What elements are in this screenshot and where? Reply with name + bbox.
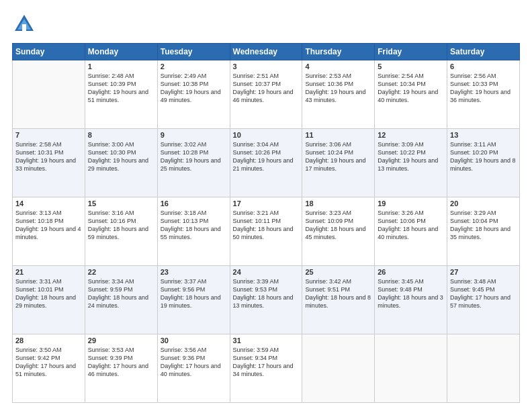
day-number: 26 xyxy=(378,268,444,276)
cell-info: Sunrise: 3:29 AM Sunset: 10:04 PM Daylig… xyxy=(450,209,517,242)
cell-info: Sunrise: 2:48 AM Sunset: 10:39 PM Daylig… xyxy=(88,72,154,105)
day-number: 22 xyxy=(88,268,154,276)
calendar-cell: 19Sunrise: 3:26 AM Sunset: 10:06 PM Dayl… xyxy=(375,197,447,266)
calendar-cell: 5Sunrise: 2:54 AM Sunset: 10:34 PM Dayli… xyxy=(375,60,447,129)
calendar-table: SundayMondayTuesdayWednesdayThursdayFrid… xyxy=(12,43,520,403)
calendar-cell: 22Sunrise: 3:34 AM Sunset: 9:59 PM Dayli… xyxy=(85,266,157,334)
cell-info: Sunrise: 3:13 AM Sunset: 10:18 PM Daylig… xyxy=(15,209,82,242)
logo-icon xyxy=(12,12,36,36)
cell-info: Sunrise: 3:31 AM Sunset: 10:01 PM Daylig… xyxy=(15,277,82,310)
calendar-cell: 16Sunrise: 3:18 AM Sunset: 10:13 PM Dayl… xyxy=(157,197,230,266)
cell-info: Sunrise: 3:50 AM Sunset: 9:42 PM Dayligh… xyxy=(15,346,82,379)
day-number: 31 xyxy=(233,336,300,345)
day-number: 23 xyxy=(161,268,227,276)
day-number: 9 xyxy=(161,131,227,139)
day-number: 13 xyxy=(450,131,517,139)
calendar-cell: 25Sunrise: 3:42 AM Sunset: 9:51 PM Dayli… xyxy=(302,266,375,334)
cell-info: Sunrise: 3:02 AM Sunset: 10:28 PM Daylig… xyxy=(161,140,227,173)
day-number: 27 xyxy=(450,268,517,276)
day-number: 17 xyxy=(233,199,300,208)
day-number: 19 xyxy=(378,199,444,208)
cell-info: Sunrise: 3:45 AM Sunset: 9:48 PM Dayligh… xyxy=(378,277,444,310)
calendar-cell: 29Sunrise: 3:53 AM Sunset: 9:39 PM Dayli… xyxy=(85,334,157,403)
calendar-cell: 28Sunrise: 3:50 AM Sunset: 9:42 PM Dayli… xyxy=(13,334,85,403)
cell-info: Sunrise: 3:42 AM Sunset: 9:51 PM Dayligh… xyxy=(305,277,371,310)
day-number: 3 xyxy=(233,62,300,71)
svg-rect-2 xyxy=(22,24,26,31)
cell-info: Sunrise: 2:56 AM Sunset: 10:33 PM Daylig… xyxy=(450,72,517,105)
cell-info: Sunrise: 3:18 AM Sunset: 10:13 PM Daylig… xyxy=(161,209,227,242)
calendar-cell: 30Sunrise: 3:56 AM Sunset: 9:36 PM Dayli… xyxy=(157,334,230,403)
cell-info: Sunrise: 3:26 AM Sunset: 10:06 PM Daylig… xyxy=(378,209,444,242)
calendar-cell: 4Sunrise: 2:53 AM Sunset: 10:36 PM Dayli… xyxy=(302,60,375,129)
calendar-cell: 12Sunrise: 3:09 AM Sunset: 10:22 PM Dayl… xyxy=(375,129,447,197)
calendar-week-row: 14Sunrise: 3:13 AM Sunset: 10:18 PM Dayl… xyxy=(13,197,520,266)
day-number: 18 xyxy=(305,199,371,208)
calendar-header-row: SundayMondayTuesdayWednesdayThursdayFrid… xyxy=(13,44,520,60)
calendar-cell: 6Sunrise: 2:56 AM Sunset: 10:33 PM Dayli… xyxy=(447,60,520,129)
day-number: 12 xyxy=(378,131,444,139)
day-number: 8 xyxy=(88,131,154,139)
cell-info: Sunrise: 2:54 AM Sunset: 10:34 PM Daylig… xyxy=(378,72,444,105)
calendar-cell: 2Sunrise: 2:49 AM Sunset: 10:38 PM Dayli… xyxy=(157,60,230,129)
calendar-cell: 8Sunrise: 3:00 AM Sunset: 10:30 PM Dayli… xyxy=(85,129,157,197)
day-number: 4 xyxy=(305,62,371,71)
calendar-cell: 1Sunrise: 2:48 AM Sunset: 10:39 PM Dayli… xyxy=(85,60,157,129)
calendar-cell: 14Sunrise: 3:13 AM Sunset: 10:18 PM Dayl… xyxy=(13,197,85,266)
day-number: 25 xyxy=(305,268,371,276)
cell-info: Sunrise: 2:53 AM Sunset: 10:36 PM Daylig… xyxy=(305,72,371,105)
cell-info: Sunrise: 3:53 AM Sunset: 9:39 PM Dayligh… xyxy=(88,346,154,379)
calendar-cell: 21Sunrise: 3:31 AM Sunset: 10:01 PM Dayl… xyxy=(13,266,85,334)
calendar-day-header: Wednesday xyxy=(230,44,302,60)
cell-info: Sunrise: 3:59 AM Sunset: 9:34 PM Dayligh… xyxy=(233,346,300,379)
calendar-day-header: Thursday xyxy=(302,44,375,60)
calendar-cell xyxy=(447,334,520,403)
calendar-week-row: 1Sunrise: 2:48 AM Sunset: 10:39 PM Dayli… xyxy=(13,60,520,129)
page: SundayMondayTuesdayWednesdayThursdayFrid… xyxy=(0,0,532,411)
day-number: 5 xyxy=(378,62,444,71)
day-number: 1 xyxy=(88,62,154,71)
day-number: 28 xyxy=(15,336,82,345)
calendar-cell xyxy=(302,334,375,403)
calendar-cell: 20Sunrise: 3:29 AM Sunset: 10:04 PM Dayl… xyxy=(447,197,520,266)
header xyxy=(12,12,520,36)
cell-info: Sunrise: 2:58 AM Sunset: 10:31 PM Daylig… xyxy=(15,140,82,173)
day-number: 7 xyxy=(15,131,82,139)
calendar-day-header: Tuesday xyxy=(157,44,230,60)
cell-info: Sunrise: 3:00 AM Sunset: 10:30 PM Daylig… xyxy=(88,140,154,173)
day-number: 15 xyxy=(88,199,154,208)
cell-info: Sunrise: 3:11 AM Sunset: 10:20 PM Daylig… xyxy=(450,140,517,173)
calendar-cell xyxy=(375,334,447,403)
calendar-cell: 17Sunrise: 3:21 AM Sunset: 10:11 PM Dayl… xyxy=(230,197,302,266)
calendar-week-row: 21Sunrise: 3:31 AM Sunset: 10:01 PM Dayl… xyxy=(13,266,520,334)
day-number: 2 xyxy=(161,62,227,71)
calendar-week-row: 7Sunrise: 2:58 AM Sunset: 10:31 PM Dayli… xyxy=(13,129,520,197)
cell-info: Sunrise: 2:49 AM Sunset: 10:38 PM Daylig… xyxy=(161,72,227,105)
calendar-cell: 15Sunrise: 3:16 AM Sunset: 10:16 PM Dayl… xyxy=(85,197,157,266)
cell-info: Sunrise: 3:04 AM Sunset: 10:26 PM Daylig… xyxy=(233,140,300,173)
calendar-cell: 23Sunrise: 3:37 AM Sunset: 9:56 PM Dayli… xyxy=(157,266,230,334)
calendar-cell: 11Sunrise: 3:06 AM Sunset: 10:24 PM Dayl… xyxy=(302,129,375,197)
day-number: 10 xyxy=(233,131,300,139)
day-number: 14 xyxy=(15,199,82,208)
calendar-cell: 7Sunrise: 2:58 AM Sunset: 10:31 PM Dayli… xyxy=(13,129,85,197)
cell-info: Sunrise: 3:21 AM Sunset: 10:11 PM Daylig… xyxy=(233,209,300,242)
cell-info: Sunrise: 3:56 AM Sunset: 9:36 PM Dayligh… xyxy=(161,346,227,379)
day-number: 11 xyxy=(305,131,371,139)
calendar-cell: 18Sunrise: 3:23 AM Sunset: 10:09 PM Dayl… xyxy=(302,197,375,266)
calendar-cell xyxy=(13,60,85,129)
cell-info: Sunrise: 3:37 AM Sunset: 9:56 PM Dayligh… xyxy=(161,277,227,310)
calendar-day-header: Monday xyxy=(85,44,157,60)
cell-info: Sunrise: 3:16 AM Sunset: 10:16 PM Daylig… xyxy=(88,209,154,242)
cell-info: Sunrise: 3:23 AM Sunset: 10:09 PM Daylig… xyxy=(305,209,371,242)
calendar-cell: 31Sunrise: 3:59 AM Sunset: 9:34 PM Dayli… xyxy=(230,334,302,403)
calendar-week-row: 28Sunrise: 3:50 AM Sunset: 9:42 PM Dayli… xyxy=(13,334,520,403)
calendar-day-header: Friday xyxy=(375,44,447,60)
day-number: 16 xyxy=(161,199,227,208)
day-number: 6 xyxy=(450,62,517,71)
calendar-cell: 24Sunrise: 3:39 AM Sunset: 9:53 PM Dayli… xyxy=(230,266,302,334)
calendar-cell: 26Sunrise: 3:45 AM Sunset: 9:48 PM Dayli… xyxy=(375,266,447,334)
calendar-cell: 3Sunrise: 2:51 AM Sunset: 10:37 PM Dayli… xyxy=(230,60,302,129)
day-number: 24 xyxy=(233,268,300,276)
calendar-cell: 9Sunrise: 3:02 AM Sunset: 10:28 PM Dayli… xyxy=(157,129,230,197)
